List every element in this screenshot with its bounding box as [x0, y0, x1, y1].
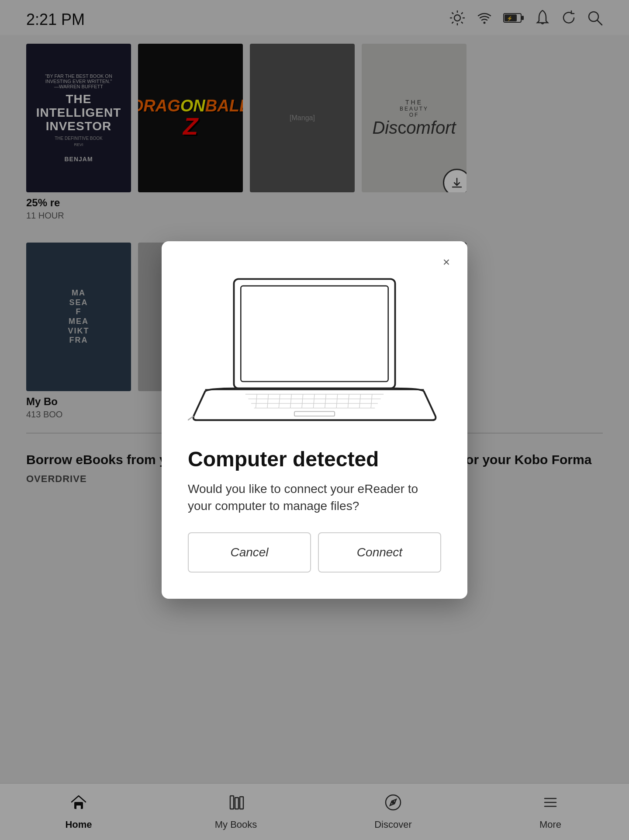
laptop-illustration: [188, 267, 441, 429]
connect-button[interactable]: Connect: [318, 532, 441, 573]
modal-title: Computer detected: [188, 447, 441, 472]
modal-buttons: Cancel Connect: [188, 532, 441, 573]
cancel-button[interactable]: Cancel: [188, 532, 311, 573]
computer-detected-modal: ×: [162, 241, 467, 598]
modal-body: Would you like to connect your eReader t…: [188, 480, 441, 514]
svg-rect-29: [241, 286, 388, 382]
modal-close-button[interactable]: ×: [436, 252, 457, 273]
modal-overlay: ×: [0, 0, 629, 840]
